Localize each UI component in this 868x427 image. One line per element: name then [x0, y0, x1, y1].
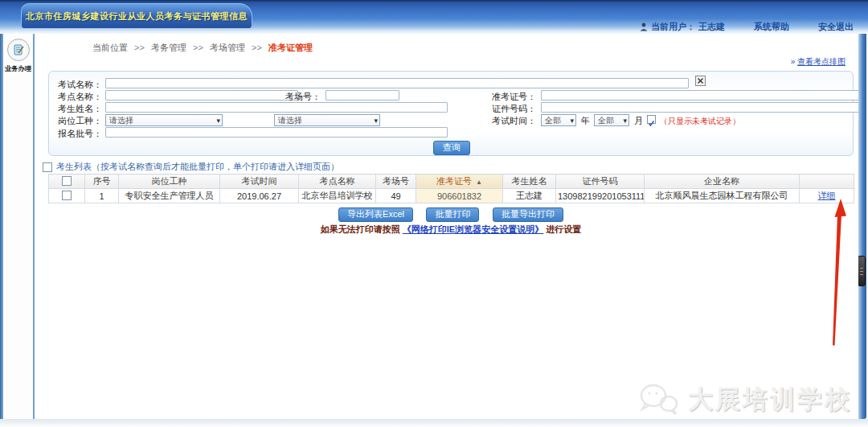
year-unit-label: 年 — [581, 115, 590, 127]
close-icon — [698, 78, 703, 84]
col-site: 考点名称 — [299, 174, 376, 189]
candidate-table: 序号 岗位工种 考试时间 考点名称 考场号 准考证号 ▲ 考生姓名 证件号码 企… — [48, 174, 854, 203]
sidebar-item-business[interactable]: 业务办理 — [3, 34, 33, 74]
only-unexamined-checkbox[interactable] — [647, 115, 656, 124]
only-unexamined-note: （只显示未考试记录） — [660, 116, 740, 127]
table-header-row: 序号 岗位工种 考试时间 考点名称 考场号 准考证号 ▲ 考生姓名 证件号码 企… — [49, 174, 854, 189]
search-panel: 考试名称： 考点名称： 考场号： 准考证号： 考生姓名： 证件号码： 岗位工种：… — [48, 71, 854, 156]
site-name-input[interactable] — [105, 90, 298, 101]
cell-site: 北京华昌培训学校 — [299, 189, 376, 203]
exam-time-label: 考试时间： — [488, 115, 536, 127]
col-job-type: 岗位工种 — [119, 174, 220, 189]
room-no-input[interactable] — [326, 90, 399, 101]
window-bottom-border — [0, 419, 868, 427]
scrollbar-thumb[interactable] — [858, 256, 866, 286]
batch-print-button[interactable]: 批量打印 — [426, 207, 479, 222]
user-strip: 当前用户： 王志建 系统帮助 安全退出 — [640, 20, 854, 33]
breadcrumb-prefix: 当前位置 — [92, 43, 128, 52]
select-all-checkbox[interactable] — [62, 176, 72, 186]
row-checkbox[interactable] — [62, 191, 72, 200]
candidate-name-input[interactable] — [105, 102, 448, 113]
cell-exam-date: 2019.06.27 — [220, 189, 299, 203]
breadcrumb-item-kaochang[interactable]: 考场管理 — [210, 43, 245, 52]
col-id-no: 证件号码 — [556, 174, 645, 189]
window-right-border — [858, 34, 866, 419]
current-user-prefix: 当前用户： — [651, 21, 695, 33]
cell-seq: 1 — [85, 189, 119, 203]
table-actions: 导出列表Excel 批量打印 批量导出打印 — [48, 206, 854, 222]
title-bar: 北京市住房城乡建设行业从业人员考务与证书管理信息系统 当前用户： 王志建 系统帮… — [0, 0, 868, 34]
col-name: 考生姓名 — [503, 174, 556, 189]
exam-month-select[interactable]: 全部 — [594, 114, 629, 126]
header-checkbox-cell — [49, 174, 85, 189]
system-title: 北京市住房城乡建设行业从业人员考务与证书管理信息系统 — [21, 3, 252, 28]
logout-link[interactable]: 安全退出 — [818, 21, 854, 33]
col-company: 企业名称 — [645, 174, 800, 189]
exam-name-label: 考试名称： — [52, 79, 102, 91]
wechat-logo-icon — [638, 382, 680, 417]
search-button[interactable]: 查询 — [433, 141, 470, 155]
exam-year-select[interactable]: 全部 — [541, 114, 576, 126]
sidebar-item-label: 业务办理 — [4, 64, 31, 74]
col-exam-date: 考试时间 — [220, 174, 299, 189]
business-doc-icon — [7, 39, 30, 61]
exam-name-input[interactable] — [105, 78, 689, 88]
app-window: 北京市住房城乡建设行业从业人员考务与证书管理信息系统 当前用户： 王志建 系统帮… — [0, 0, 868, 427]
room-no-label: 考场号： — [274, 91, 321, 103]
col-ticket-no-sorted[interactable]: 准考证号 ▲ — [416, 174, 503, 189]
candidate-list-header: 考生列表（按考试名称查询后才能批量打印，单个打印请进入详细页面） — [43, 161, 339, 173]
batch-export-print-button[interactable]: 批量导出打印 — [493, 207, 563, 222]
view-site-layout-link[interactable]: » 查看考点排图 — [791, 56, 845, 68]
batch-no-input[interactable] — [105, 127, 448, 138]
list-title-checkbox[interactable] — [43, 162, 52, 172]
batch-no-label: 报名批号： — [52, 128, 102, 140]
current-user: 当前用户： 王志建 — [640, 21, 725, 33]
job-type-label: 岗位工种： — [52, 115, 102, 127]
sort-asc-icon: ▲ — [476, 179, 482, 186]
job-type-select-1[interactable]: 请选择 — [105, 114, 223, 126]
cell-company: 北京顺风晨生态园林工程有限公司 — [645, 189, 800, 203]
sidebar: 业务办理 — [3, 34, 35, 419]
breadcrumb-current: 准考证管理 — [268, 43, 313, 52]
ticket-no-label: 准考证号： — [488, 91, 536, 103]
breadcrumb: 当前位置 >> 考务管理 >> 考场管理 >> 准考证管理 — [92, 42, 313, 54]
col-seq: 序号 — [85, 174, 119, 189]
watermark-text: 大展培训学校 — [688, 383, 852, 417]
id-no-input[interactable] — [541, 102, 858, 113]
table-row: 1 专职安全生产管理人员 2019.06.27 北京华昌培训学校 49 9066… — [49, 189, 854, 203]
ticket-no-input[interactable] — [541, 90, 858, 101]
cell-job-type: 专职安全生产管理人员 — [119, 189, 220, 203]
current-user-name: 王志建 — [698, 21, 725, 33]
breadcrumb-item-kaowu[interactable]: 考务管理 — [151, 43, 186, 52]
print-notice: 如果无法打印请按照 《网络打印IE浏览器安全设置说明》 进行设置 — [48, 224, 854, 236]
job-type-select-2[interactable]: 请选择 — [274, 114, 380, 126]
col-room: 考场号 — [376, 174, 416, 189]
detail-link[interactable]: 详细 — [818, 191, 836, 200]
cell-room: 49 — [376, 189, 416, 203]
candidate-list-title: 考生列表（按考试名称查询后才能批量打印，单个打印请进入详细页面） — [56, 161, 339, 173]
site-name-label: 考点名称： — [52, 91, 102, 103]
candidate-name-label: 考生姓名： — [52, 103, 102, 115]
cell-id-no: 130982199201053111 — [556, 189, 645, 203]
cell-ticket-no: 906601832 — [416, 189, 503, 203]
system-help-link[interactable]: 系统帮助 — [754, 21, 789, 33]
watermark: 大展培训学校 — [638, 382, 852, 417]
ie-settings-link[interactable]: 《网络打印IE浏览器安全设置说明》 — [403, 224, 543, 234]
check-icon — [648, 120, 655, 127]
clear-exam-name-button[interactable] — [695, 76, 706, 86]
col-actions — [800, 174, 854, 189]
user-icon — [640, 23, 648, 31]
month-unit-label: 月 — [634, 115, 643, 127]
cell-name: 王志建 — [503, 189, 556, 203]
main-content: 当前位置 >> 考务管理 >> 考场管理 >> 准考证管理 » 查看考点排图 考… — [35, 34, 858, 419]
export-excel-button[interactable]: 导出列表Excel — [338, 207, 413, 222]
id-no-label: 证件号码： — [488, 103, 536, 115]
